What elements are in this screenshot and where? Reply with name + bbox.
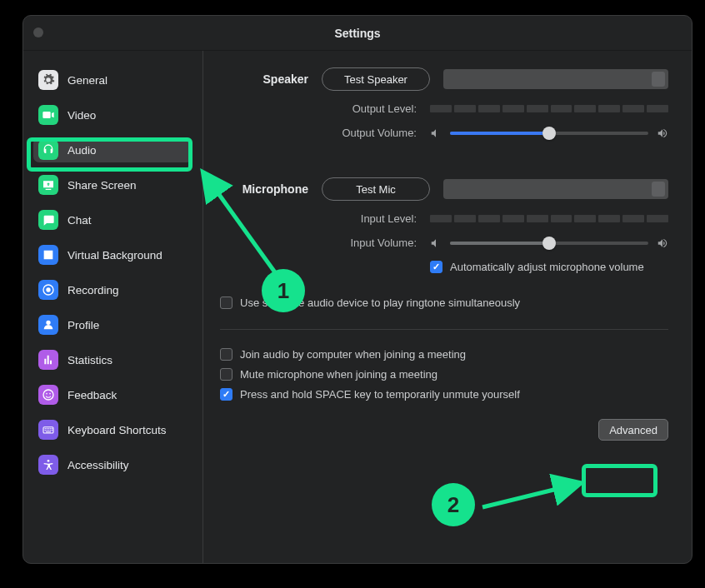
keyboard-icon bbox=[38, 420, 58, 440]
microphone-section: Microphone Test Mic ⌃⌄ bbox=[220, 177, 668, 201]
headset-icon bbox=[38, 140, 58, 160]
settings-window: Settings GeneralVideoAudioShare ScreenCh… bbox=[22, 15, 692, 564]
speaker-section: Speaker Test Speaker ⌃⌄ bbox=[220, 67, 668, 91]
sidebar-item-audio[interactable]: Audio bbox=[33, 137, 192, 162]
advanced-button[interactable]: Advanced bbox=[598, 419, 668, 441]
space-unmute-checkbox[interactable]: Press and hold SPACE key to temporarily … bbox=[220, 388, 668, 401]
mute-on-join-label: Mute microphone when joining a meeting bbox=[240, 368, 438, 381]
sidebar-item-label: Keyboard Shortcuts bbox=[68, 424, 167, 436]
test-speaker-button[interactable]: Test Speaker bbox=[322, 67, 430, 91]
profile-icon bbox=[38, 315, 58, 335]
window-title: Settings bbox=[334, 27, 380, 40]
sidebar-item-label: Statistics bbox=[68, 354, 112, 366]
space-unmute-label: Press and hold SPACE key to temporarily … bbox=[240, 388, 520, 401]
auto-adjust-mic-label: Automatically adjust microphone volume bbox=[450, 261, 644, 273]
auto-adjust-mic-checkbox[interactable]: Automatically adjust microphone volume bbox=[430, 261, 668, 273]
output-level-label: Output Level: bbox=[220, 102, 417, 115]
sidebar-item-share-screen[interactable]: Share Screen bbox=[33, 172, 192, 197]
mute-on-join-checkbox[interactable]: Mute microphone when joining a meeting bbox=[220, 368, 668, 381]
sidebar-item-label: Recording bbox=[68, 284, 119, 296]
separate-device-label: Use separate audio device to play ringto… bbox=[240, 296, 520, 309]
input-volume-label: Input Volume: bbox=[220, 237, 417, 249]
screen-icon bbox=[38, 175, 58, 195]
speaker-heading: Speaker bbox=[220, 72, 308, 86]
svg-point-1 bbox=[46, 287, 50, 292]
sidebar-item-recording[interactable]: Recording bbox=[33, 277, 192, 302]
sidebar-item-accessibility[interactable]: Accessibility bbox=[33, 452, 192, 477]
sidebar-item-feedback[interactable]: Feedback bbox=[33, 382, 192, 407]
input-level-meter bbox=[430, 215, 668, 222]
feedback-icon bbox=[38, 385, 58, 405]
microphone-heading: Microphone bbox=[220, 182, 308, 196]
volume-low-icon bbox=[430, 127, 442, 139]
accessibility-icon bbox=[38, 455, 58, 475]
sidebar-item-general[interactable]: General bbox=[33, 67, 192, 92]
output-volume-slider[interactable] bbox=[450, 132, 648, 135]
close-window-button[interactable] bbox=[33, 27, 43, 37]
checkbox-icon bbox=[220, 348, 232, 361]
sidebar-item-label: General bbox=[68, 74, 108, 87]
titlebar: Settings bbox=[23, 16, 692, 51]
chevron-updown-icon: ⌃⌄ bbox=[657, 72, 662, 87]
window-traffic-lights bbox=[33, 27, 43, 37]
test-mic-button[interactable]: Test Mic bbox=[322, 177, 430, 201]
svg-point-3 bbox=[46, 393, 48, 395]
checkbox-icon bbox=[220, 388, 232, 401]
checkbox-icon bbox=[220, 368, 232, 381]
sidebar-item-label: Share Screen bbox=[68, 179, 137, 192]
volume-high-icon bbox=[657, 237, 668, 249]
svg-point-2 bbox=[43, 390, 53, 400]
join-audio-label: Join audio by computer when joining a me… bbox=[240, 348, 466, 361]
output-volume-label: Output Volume: bbox=[220, 127, 417, 139]
svg-point-4 bbox=[49, 393, 51, 395]
sidebar-item-label: Audio bbox=[68, 144, 97, 157]
sidebar-item-label: Video bbox=[68, 109, 96, 122]
volume-low-icon bbox=[430, 237, 442, 249]
svg-point-6 bbox=[48, 460, 50, 462]
volume-high-icon bbox=[657, 127, 668, 139]
sidebar-item-virtual-background[interactable]: Virtual Background bbox=[33, 242, 192, 267]
microphone-device-select[interactable]: ⌃⌄ bbox=[443, 179, 668, 199]
sidebar-item-label: Virtual Background bbox=[68, 249, 162, 262]
background-icon bbox=[38, 245, 58, 265]
sidebar-item-chat[interactable]: Chat bbox=[33, 207, 192, 232]
output-level-meter bbox=[430, 105, 668, 112]
video-icon bbox=[38, 105, 58, 125]
audio-settings-panel: Speaker Test Speaker ⌃⌄ Output Level: Ou… bbox=[203, 51, 692, 563]
sidebar-item-label: Chat bbox=[68, 214, 92, 227]
sidebar-item-video[interactable]: Video bbox=[33, 102, 192, 127]
sidebar-item-keyboard-shortcuts[interactable]: Keyboard Shortcuts bbox=[33, 417, 192, 442]
gear-icon bbox=[38, 70, 58, 90]
sidebar-item-profile[interactable]: Profile bbox=[33, 312, 192, 337]
chevron-updown-icon: ⌃⌄ bbox=[657, 182, 662, 197]
chat-icon bbox=[38, 210, 58, 230]
sidebar-item-statistics[interactable]: Statistics bbox=[33, 347, 192, 372]
sidebar-item-label: Profile bbox=[68, 319, 99, 331]
input-volume-slider[interactable] bbox=[450, 242, 648, 245]
sidebar-item-label: Accessibility bbox=[68, 459, 129, 471]
settings-body: GeneralVideoAudioShare ScreenChatVirtual… bbox=[23, 51, 692, 563]
speaker-device-select[interactable]: ⌃⌄ bbox=[443, 69, 668, 89]
sidebar-item-label: Feedback bbox=[68, 389, 117, 401]
checkbox-icon bbox=[430, 261, 442, 273]
record-icon bbox=[38, 280, 58, 300]
input-level-label: Input Level: bbox=[220, 212, 417, 225]
separate-device-checkbox[interactable]: Use separate audio device to play ringto… bbox=[220, 296, 668, 309]
stats-icon bbox=[38, 350, 58, 370]
settings-sidebar: GeneralVideoAudioShare ScreenChatVirtual… bbox=[23, 51, 203, 563]
join-audio-checkbox[interactable]: Join audio by computer when joining a me… bbox=[220, 348, 668, 361]
section-divider bbox=[220, 329, 668, 330]
checkbox-icon bbox=[220, 296, 232, 309]
